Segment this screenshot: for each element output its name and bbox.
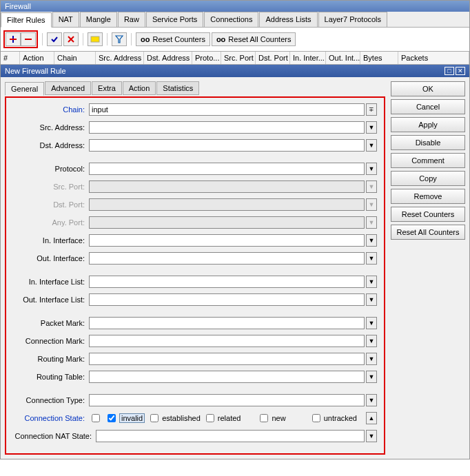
out-interface-list-expand-icon[interactable]: ▼ [366, 293, 377, 306]
tab-mangle[interactable]: Mangle [80, 12, 117, 27]
conn-state-new-checkbox[interactable] [260, 414, 268, 422]
out-interface-expand-icon[interactable]: ▼ [366, 252, 377, 265]
connection-state-group: invalid established related new untracke… [89, 412, 365, 424]
col-num[interactable]: # [1, 52, 20, 64]
col-packets[interactable]: Packets [398, 52, 469, 64]
routing-table-expand-icon[interactable]: ▼ [366, 371, 377, 383]
routing-mark-label: Routing Mark: [13, 355, 89, 363]
ftab-general[interactable]: General [5, 82, 44, 96]
tab-layer7[interactable]: Layer7 Protocols [318, 12, 388, 27]
tab-raw[interactable]: Raw [118, 12, 145, 27]
conn-state-not-checkbox[interactable] [92, 414, 100, 422]
col-protocol[interactable]: Proto... [192, 52, 221, 64]
reset-all-counters-button[interactable]: ooReset All Counters [212, 32, 296, 46]
comment-button[interactable] [88, 32, 103, 46]
col-out-interface[interactable]: Out. Int... [326, 52, 360, 64]
apply-button[interactable]: Apply [391, 117, 465, 132]
comment-side-button[interactable]: Comment [391, 153, 465, 168]
disable-button[interactable]: Disable [391, 135, 465, 150]
main-tabs: Filter Rules NAT Mangle Raw Service Port… [1, 12, 469, 28]
ftab-extra[interactable]: Extra [92, 81, 122, 95]
routing-table-input[interactable] [89, 371, 365, 383]
src-address-label: Src. Address: [13, 123, 89, 132]
connection-state-collapse-icon[interactable]: ▲ [366, 412, 377, 424]
form-panel: Chain: ∓ Src. Address: ▼ Dst. Address: ▼ [5, 96, 385, 455]
connection-mark-input[interactable] [89, 335, 365, 347]
svg-rect-1 [10, 39, 17, 40]
disable-button[interactable] [63, 32, 79, 46]
conn-state-invalid-label: invalid [119, 413, 145, 423]
src-address-expand-icon[interactable]: ▼ [366, 121, 377, 134]
connection-mark-expand-icon[interactable]: ▼ [366, 335, 377, 347]
remove-button[interactable] [21, 32, 36, 46]
tab-address-lists[interactable]: Address Lists [259, 12, 317, 27]
tab-nat[interactable]: NAT [52, 12, 79, 27]
conn-state-related-checkbox[interactable] [206, 414, 214, 422]
dst-address-expand-icon[interactable]: ▼ [366, 139, 377, 152]
col-src-address[interactable]: Src. Address [96, 52, 144, 64]
routing-mark-expand-icon[interactable]: ▼ [366, 353, 377, 365]
connection-nat-state-input[interactable] [96, 430, 365, 442]
toolbar: ooReset Counters ooReset All Counters [1, 28, 469, 52]
tab-service-ports[interactable]: Service Ports [146, 12, 203, 27]
in-interface-list-expand-icon[interactable]: ▼ [366, 276, 377, 288]
dst-address-input[interactable] [89, 139, 365, 152]
conn-state-related-label: related [218, 414, 241, 422]
chain-input[interactable] [89, 103, 365, 116]
col-action[interactable]: Action [20, 52, 54, 64]
col-dst-port[interactable]: Dst. Port [256, 52, 290, 64]
packet-mark-expand-icon[interactable]: ▼ [366, 317, 377, 329]
col-in-interface[interactable]: In. Inter... [290, 52, 326, 64]
tab-connections[interactable]: Connections [204, 12, 258, 27]
connection-nat-state-expand-icon[interactable]: ▼ [366, 430, 377, 442]
dialog-close-icon[interactable]: ✕ [456, 67, 465, 75]
protocol-input[interactable] [89, 163, 365, 175]
out-interface-list-input[interactable] [89, 293, 365, 306]
in-interface-expand-icon[interactable]: ▼ [366, 234, 377, 247]
reset-all-counters-side-button[interactable]: Reset All Counters [391, 225, 465, 240]
src-address-input[interactable] [89, 121, 365, 134]
copy-button[interactable]: Copy [391, 171, 465, 186]
any-port-expand-icon: ▼ [366, 216, 377, 229]
routing-table-label: Routing Table: [13, 373, 89, 381]
reset-counters-button[interactable]: ooReset Counters [136, 32, 210, 46]
col-bytes[interactable]: Bytes [360, 52, 398, 64]
column-headers: # Action Chain Src. Address Dst. Address… [1, 52, 469, 65]
conn-state-established-checkbox[interactable] [150, 414, 159, 422]
routing-mark-input[interactable] [89, 353, 365, 365]
side-buttons: OK Cancel Apply Disable Comment Copy Rem… [391, 81, 465, 455]
filter-button[interactable] [112, 32, 127, 46]
add-button[interactable] [6, 32, 21, 46]
connection-state-label: Connection State: [13, 414, 89, 422]
out-interface-label: Out. Interface: [13, 254, 89, 262]
packet-mark-label: Packet Mark: [13, 319, 89, 327]
chain-dropdown-icon[interactable]: ∓ [366, 103, 377, 116]
dst-port-input [89, 198, 365, 211]
connection-type-input[interactable] [89, 394, 365, 406]
ftab-advanced[interactable]: Advanced [45, 81, 91, 95]
ftab-action[interactable]: Action [123, 81, 156, 95]
ftab-statistics[interactable]: Statistics [156, 81, 199, 95]
out-interface-input[interactable] [89, 252, 365, 265]
col-dst-address[interactable]: Dst. Address [144, 52, 192, 64]
conn-state-untracked-checkbox[interactable] [312, 414, 320, 422]
chain-label: Chain: [13, 105, 89, 114]
connection-nat-state-label: Connection NAT State: [13, 432, 96, 440]
cancel-button[interactable]: Cancel [391, 99, 465, 114]
connection-type-expand-icon[interactable]: ▼ [366, 394, 377, 406]
ok-button[interactable]: OK [391, 81, 465, 96]
reset-counters-side-button[interactable]: Reset Counters [391, 207, 465, 222]
protocol-expand-icon[interactable]: ▼ [366, 163, 377, 175]
col-chain[interactable]: Chain [54, 52, 96, 64]
in-interface-input[interactable] [89, 234, 365, 247]
tab-filter-rules[interactable]: Filter Rules [1, 12, 52, 28]
enable-button[interactable] [47, 32, 62, 46]
remove-side-button[interactable]: Remove [391, 189, 465, 204]
packet-mark-input[interactable] [89, 317, 365, 329]
form-tabs: General Advanced Extra Action Statistics [5, 81, 385, 95]
dialog-restore-icon[interactable]: □ [445, 67, 454, 75]
in-interface-list-input[interactable] [89, 276, 365, 288]
col-src-port[interactable]: Src. Port [221, 52, 256, 64]
conn-state-invalid-checkbox[interactable] [108, 414, 116, 422]
in-interface-list-label: In. Interface List: [13, 278, 89, 286]
